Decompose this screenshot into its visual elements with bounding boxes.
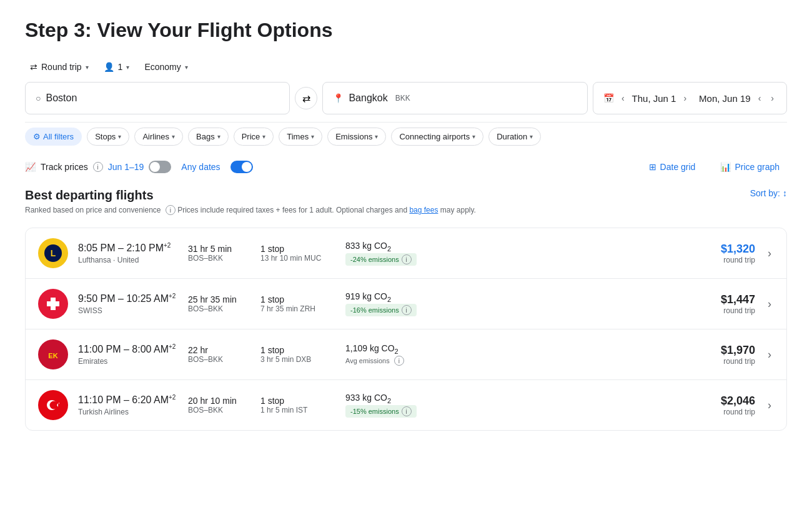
emissions-value: 933 kg CO2: [345, 393, 445, 403]
airline-logo: EK: [38, 339, 68, 369]
flight-row[interactable]: 11:10 PM – 6:20 AM+2 Turkish Airlines 20…: [26, 380, 786, 430]
price-note2: may apply.: [440, 206, 476, 214]
track-info-icon[interactable]: i: [93, 162, 103, 172]
trip-type-button[interactable]: ⇄ Round trip ▾: [25, 59, 94, 74]
flight-stops: 1 stop 13 hr 10 min MUC: [260, 244, 335, 263]
track-prices-row: 📈 Track prices i Jun 1–19 Any dates ⊞ Da…: [25, 158, 787, 176]
depart-date-field[interactable]: 📅 ‹ Thu, Jun 1 › Mon, Jun 19 ‹ ›: [593, 82, 787, 114]
bags-arrow-icon: ▾: [217, 133, 220, 140]
flight-duration: 22 hr BOS–BKK: [188, 345, 250, 364]
stops-filter-button[interactable]: Stops ▾: [87, 128, 129, 146]
stops-count: 1 stop: [260, 345, 335, 355]
expand-button[interactable]: ›: [765, 295, 774, 313]
emissions-badge: -15% emissions i: [345, 405, 417, 418]
emissions-value: 1,109 kg CO2: [345, 343, 445, 353]
airline-logo: L: [38, 238, 68, 268]
origin-value: Boston: [46, 93, 77, 104]
emissions-info-icon[interactable]: i: [394, 356, 404, 366]
flight-times: 8:05 PM – 2:10 PM+2 Lufthansa · United: [78, 242, 178, 264]
flight-emissions: 933 kg CO2 -15% emissions i: [345, 393, 445, 418]
stops-arrow-icon: ▾: [118, 133, 121, 140]
return-prev-button[interactable]: ‹: [756, 92, 764, 104]
flight-row[interactable]: L 8:05 PM – 2:10 PM+2 Lufthansa · United…: [26, 228, 786, 279]
price-type: round trip: [693, 306, 755, 315]
date-grid-button[interactable]: ⊞ Date grid: [641, 158, 703, 176]
bag-fees-link[interactable]: bag fees: [409, 206, 438, 214]
svg-text:L: L: [51, 248, 56, 258]
track-prices-label: Track prices: [41, 162, 88, 172]
flight-price: $1,320 round trip: [693, 243, 755, 264]
depart-next-button[interactable]: ›: [681, 92, 689, 104]
flight-airline-name: SWISS: [78, 306, 178, 315]
depart-date-label: Thu, Jun 1: [632, 93, 676, 104]
connecting-airports-arrow-icon: ▾: [472, 133, 475, 140]
date-grid-label: Date grid: [660, 162, 696, 172]
return-next-button[interactable]: ›: [768, 92, 776, 104]
results-section: Best departing flights Ranked based on p…: [25, 188, 787, 431]
flight-stops: 1 stop 7 hr 35 min ZRH: [260, 294, 335, 313]
stops-detail: 1 hr 5 min IST: [260, 406, 335, 414]
times-label: Times: [287, 132, 309, 141]
origin-field[interactable]: ○ Boston: [25, 82, 290, 114]
emissions-info-icon[interactable]: i: [402, 254, 412, 264]
track-prices-toggle[interactable]: [149, 161, 171, 173]
swap-arrows-icon: ⇄: [302, 93, 310, 104]
section-header-left: Best departing flights Ranked based on p…: [25, 188, 476, 218]
stops-detail: 7 hr 35 min ZRH: [260, 304, 335, 313]
any-dates-toggle[interactable]: [230, 161, 253, 173]
emissions-filter-button[interactable]: Emissions ▾: [327, 128, 386, 146]
airlines-arrow-icon: ▾: [172, 133, 175, 140]
flight-airline-name: Turkish Airlines: [78, 408, 178, 416]
depart-prev-button[interactable]: ‹: [619, 92, 627, 104]
flights-list: L 8:05 PM – 2:10 PM+2 Lufthansa · United…: [25, 228, 787, 431]
trip-type-arrow-icon: ▾: [86, 64, 89, 71]
airlines-label: Airlines: [142, 132, 169, 141]
flight-price: $2,046 round trip: [693, 394, 755, 416]
sort-button[interactable]: Sort by: ↕: [750, 188, 787, 198]
duration-filter-button[interactable]: Duration ▾: [488, 128, 541, 146]
any-dates-label: Any dates: [181, 162, 220, 172]
price-amount: $2,046: [693, 394, 755, 408]
flight-times: 11:10 PM – 6:20 AM+2 Turkish Airlines: [78, 394, 178, 416]
flight-row[interactable]: EK 11:00 PM – 8:00 AM+2 Emirates 22 hr B…: [26, 329, 786, 380]
section-title: Best departing flights: [25, 188, 476, 203]
subtitle-text: Ranked based on price and convenience: [25, 206, 161, 214]
destination-field[interactable]: 📍 Bangkok BKK: [322, 82, 587, 114]
connecting-airports-filter-button[interactable]: Connecting airports ▾: [391, 128, 483, 146]
duration-time: 31 hr 5 min: [188, 244, 250, 254]
flight-row[interactable]: 9:50 PM – 10:25 AM+2 SWISS 25 hr 35 min …: [26, 279, 786, 329]
airlines-filter-button[interactable]: Airlines ▾: [134, 128, 183, 146]
expand-button[interactable]: ›: [765, 396, 774, 414]
stops-detail: 3 hr 5 min DXB: [260, 355, 335, 364]
passengers-button[interactable]: 👤 1 ▾: [99, 59, 135, 74]
stops-detail: 13 hr 10 min MUC: [260, 254, 335, 263]
trip-options: ⇄ Round trip ▾ 👤 1 ▾ Economy ▾: [25, 59, 787, 74]
price-amount: $1,320: [693, 243, 755, 256]
price-arrow-icon: ▾: [262, 133, 265, 140]
price-filter-button[interactable]: Price ▾: [234, 128, 274, 146]
destination-pin-icon: 📍: [333, 93, 344, 103]
filter-icon: ⚙: [33, 132, 41, 141]
expand-button[interactable]: ›: [765, 244, 774, 263]
flight-times: 9:50 PM – 10:25 AM+2 SWISS: [78, 293, 178, 314]
flight-time-value: 11:00 PM – 8:00 AM+2: [78, 343, 178, 355]
swap-button[interactable]: ⇄: [295, 87, 317, 109]
flight-stops: 1 stop 3 hr 5 min DXB: [260, 345, 335, 364]
emissions-avg: Avg emissions i: [345, 356, 445, 366]
stops-count: 1 stop: [260, 244, 335, 254]
cabin-label: Economy: [144, 62, 181, 72]
view-buttons: ⊞ Date grid 📊 Price graph: [641, 158, 787, 176]
flight-time-value: 8:05 PM – 2:10 PM+2: [78, 242, 178, 254]
times-filter-button[interactable]: Times ▾: [279, 128, 322, 146]
subtitle-info-icon[interactable]: i: [166, 205, 176, 215]
emissions-badge: -24% emissions i: [345, 253, 417, 266]
section-subtitle: Ranked based on price and convenience i …: [25, 205, 476, 215]
emissions-info-icon[interactable]: i: [402, 305, 412, 315]
expand-button[interactable]: ›: [765, 346, 774, 364]
emissions-info-icon[interactable]: i: [402, 406, 412, 416]
cabin-button[interactable]: Economy ▾: [139, 59, 192, 74]
flight-emissions: 919 kg CO2 -16% emissions i: [345, 291, 445, 316]
price-graph-button[interactable]: 📊 Price graph: [713, 158, 787, 176]
all-filters-button[interactable]: ⚙ All filters: [25, 128, 82, 146]
bags-filter-button[interactable]: Bags ▾: [188, 128, 229, 146]
